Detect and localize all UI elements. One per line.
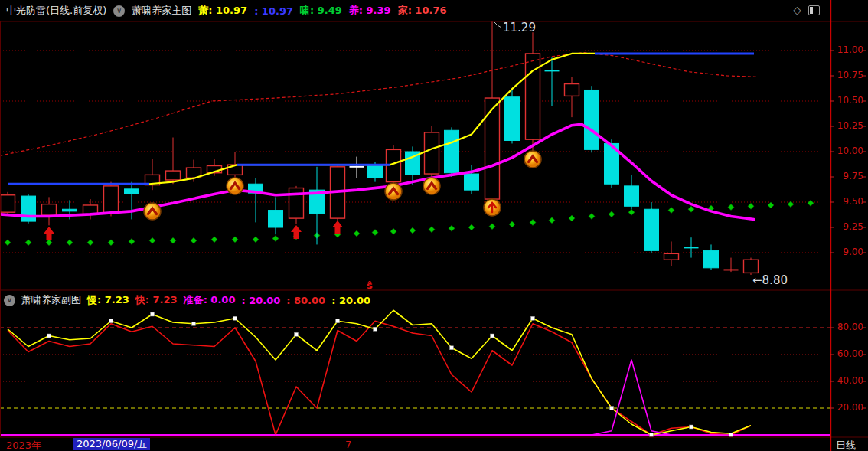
fast-line-marker (650, 433, 654, 437)
value-axis-label: 40.00 (833, 375, 863, 386)
gold-coin-signal-icon (385, 183, 402, 200)
slow-line-marker (151, 312, 155, 316)
sub-chart-header: ∨ 萧啸养家副图 慢: 7.23 快: 7.23 准备: 0.00 : 20.0… (0, 292, 830, 308)
price-axis-label: 11.00 (833, 44, 863, 55)
price-axis-label: 9.75 (833, 171, 863, 181)
chart-canvas[interactable]: 11.29←8.80ŝ (0, 0, 868, 451)
slow-line-marker (491, 334, 494, 338)
indicator-value: 慢: 7.23 (87, 293, 129, 307)
value-axis-label: 80.00 (833, 322, 863, 332)
indicator-value: 啸: 9.49 (300, 4, 342, 18)
indicator-value: 准备: 0.00 (184, 293, 236, 307)
green-diamond-dot (569, 215, 575, 221)
green-diamond-dot (129, 238, 135, 244)
green-diamond-dot (5, 240, 11, 246)
candle-body-down[interactable] (445, 130, 459, 172)
green-diamond-dot (211, 237, 217, 243)
green-diamond-dot (468, 224, 475, 230)
bottom-axis-bar: 2023年 2023/06/09/五 7 日线 (0, 438, 868, 451)
indicator-value: : 20.00 (241, 295, 280, 306)
candle-body-up[interactable] (166, 171, 181, 180)
green-diamond-dot (25, 240, 31, 246)
candle-body-up[interactable] (565, 84, 579, 96)
green-diamond-dot (589, 213, 595, 219)
gold-coin-signal-icon (423, 178, 440, 194)
buy-arrow-icon (332, 221, 343, 234)
green-diamond-dot (728, 204, 734, 211)
green-diamond-dot (808, 200, 814, 206)
green-diamond-dot (530, 219, 536, 225)
diamond-icon[interactable]: ◇ (793, 5, 801, 15)
app-window: 11.29←8.80ŝ 中光防雷(日线.前复权) ∨ 萧啸养家主图 萧: 10.… (0, 0, 868, 451)
green-diamond-dot (272, 236, 279, 242)
slow-line-marker (450, 346, 454, 350)
slow-line-marker (336, 319, 340, 323)
green-diamond-dot (149, 237, 155, 243)
fast-line (8, 321, 751, 435)
green-diamond-dot (509, 221, 515, 227)
candle-body-up[interactable] (485, 98, 500, 199)
green-diamond-dot (788, 201, 794, 208)
candle-body-up[interactable] (104, 186, 119, 214)
candle-body-down[interactable] (644, 209, 659, 250)
green-diamond-dot (549, 217, 555, 224)
high-price-annotation: 11.29 (503, 21, 536, 34)
green-diamond-dot (489, 224, 495, 230)
green-diamond-dot (410, 227, 416, 234)
candle-body-down[interactable] (368, 165, 383, 178)
fast-line-marker (690, 425, 693, 429)
candle-body-down[interactable] (125, 189, 139, 194)
period-label[interactable]: 日线 (836, 439, 856, 451)
candle-body-up[interactable] (42, 204, 57, 216)
green-diamond-dot (253, 237, 259, 243)
slow-line-marker (233, 316, 237, 320)
green-diamond-dot (87, 240, 93, 246)
candle-body-down[interactable] (505, 97, 520, 141)
red-dashed-ma-line (0, 53, 758, 156)
main-chart-header: 中光防雷(日线.前复权) ∨ 萧啸养家主图 萧: 10.97 : 10.97 啸… (0, 0, 795, 21)
slow-line-marker (295, 332, 299, 336)
candle-body-down[interactable] (625, 186, 639, 206)
candle-body-down[interactable] (585, 90, 599, 149)
low-price-annotation: ←8.80 (752, 273, 788, 287)
price-axis-label: 9.50 (833, 196, 863, 207)
value-axis-label: 20.00 (833, 402, 863, 413)
chevron-down-circle-icon[interactable]: ∨ (4, 295, 15, 306)
selected-date-badge: 2023/06/09/五 (73, 438, 150, 450)
green-diamond-dot (609, 211, 615, 217)
green-diamond-dot (449, 225, 455, 231)
candle-body-down[interactable] (465, 174, 479, 190)
window-controls: ◇ (793, 5, 820, 15)
indicator-value: : 10.97 (254, 5, 293, 17)
indicator-value: 家: 10.76 (398, 4, 447, 18)
indicator-value: : 80.00 (286, 295, 325, 306)
green-diamond-dot (170, 237, 176, 243)
slow-line-marker (109, 319, 113, 323)
candle-body-down[interactable] (269, 211, 283, 227)
green-diamond-dot (748, 203, 754, 209)
candle-body-up[interactable] (526, 54, 540, 139)
green-diamond-dot (628, 209, 635, 215)
month-label: 7 (345, 439, 351, 450)
fast-line-marker (729, 433, 733, 437)
chevron-down-circle-icon[interactable]: ∨ (113, 5, 125, 17)
candle-body-down[interactable] (63, 209, 77, 211)
slow-line-marker (192, 322, 196, 325)
green-diamond-dot (668, 208, 674, 214)
candle-body-up[interactable] (1, 195, 15, 212)
sub-indicator-name: 萧啸养家副图 (21, 293, 81, 307)
panel-icon[interactable] (808, 5, 820, 15)
symbol-title: 中光防雷(日线.前复权) (6, 4, 106, 18)
candle-body-down[interactable] (704, 250, 719, 267)
candle-body-up[interactable] (425, 132, 439, 174)
green-diamond-dot (354, 230, 360, 237)
gold-coin-signal-icon (144, 203, 161, 220)
green-diamond-dot (372, 230, 378, 236)
indicator-value: 快: 7.23 (135, 293, 178, 307)
green-diamond-dot (688, 206, 694, 212)
main-indicator-name: 萧啸养家主图 (132, 4, 191, 18)
candle-body-up[interactable] (664, 253, 679, 260)
candle-body-up[interactable] (744, 260, 759, 273)
green-diamond-dot (191, 237, 197, 243)
slow-line-marker (47, 334, 51, 338)
